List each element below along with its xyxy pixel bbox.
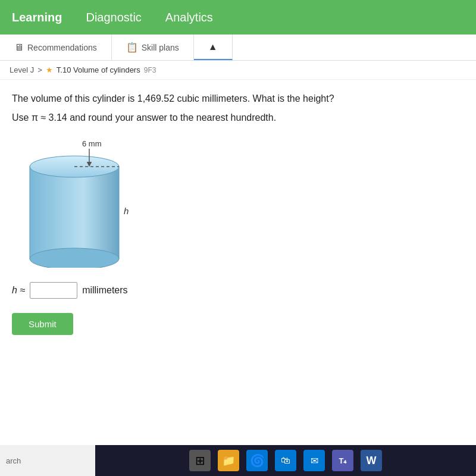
top-nav: Learning Diagnostic Analytics (0, 0, 476, 35)
recommendations-icon: 🖥 (14, 42, 24, 53)
taskbar-icons: ⊞ 📁 🌀 🛍 ✉ T₄ W (95, 450, 476, 471)
answer-row: h ≈ millimeters (12, 282, 464, 299)
more-icon: ▲ (208, 42, 218, 52)
diagram-area: h 6 mm (18, 137, 464, 268)
star-icon: ★ (46, 65, 53, 74)
breadcrumb-separator: > (37, 65, 42, 74)
subnav-more[interactable]: ▲ (194, 35, 233, 60)
radius-label: 6 mm (82, 139, 102, 148)
svg-rect-0 (30, 167, 119, 259)
breadcrumb-skill-code: 9F3 (144, 66, 156, 74)
nav-diagnostic[interactable]: Diagnostic (86, 8, 141, 27)
question-line2: Use π ≈ 3.14 and round your answer to th… (12, 111, 464, 125)
nav-learning[interactable]: Learning (12, 8, 62, 27)
answer-input[interactable] (30, 282, 77, 299)
teams-taskbar-icon[interactable]: T₄ (332, 450, 353, 471)
edge-taskbar-icon[interactable]: 🌀 (246, 450, 268, 471)
subnav-recommendations-label: Recommendations (27, 43, 97, 52)
question-line1: The volume of this cylinder is 1,469.52 … (12, 92, 464, 106)
breadcrumb-skill-title[interactable]: T.10 Volume of cylinders (57, 65, 140, 74)
taskbar: arch ⊞ 📁 🌀 🛍 ✉ T₄ W (0, 445, 476, 476)
main-content: The volume of this cylinder is 1,469.52 … (0, 80, 476, 347)
subnav-skillplans-label: Skill plans (142, 43, 179, 52)
subnav-skillplans[interactable]: 📋 Skill plans (112, 35, 194, 60)
breadcrumb: Level J > ★ T.10 Volume of cylinders 9F3 (0, 61, 476, 80)
answer-prefix: h ≈ (12, 285, 25, 296)
nav-analytics[interactable]: Analytics (165, 8, 213, 27)
mail-taskbar-icon[interactable]: ✉ (303, 450, 325, 471)
subnav-recommendations[interactable]: 🖥 Recommendations (0, 35, 112, 60)
cylinder-svg: h (18, 137, 137, 268)
submit-button[interactable]: Submit (12, 313, 73, 335)
files-taskbar-icon[interactable]: 📁 (218, 450, 239, 471)
skillplans-icon: 📋 (126, 42, 138, 53)
word-taskbar-icon[interactable]: W (361, 450, 382, 471)
svg-text:h: h (124, 206, 129, 216)
search-bar[interactable]: arch (0, 445, 95, 476)
widgets-taskbar-icon[interactable]: ⊞ (189, 450, 211, 471)
sub-nav: 🖥 Recommendations 📋 Skill plans ▲ (0, 35, 476, 61)
svg-point-1 (30, 248, 119, 268)
cylinder-container: h 6 mm (18, 137, 137, 268)
store-taskbar-icon[interactable]: 🛍 (275, 450, 296, 471)
breadcrumb-level[interactable]: Level J (10, 65, 34, 74)
search-placeholder: arch (6, 456, 21, 465)
answer-unit: millimeters (82, 285, 127, 296)
